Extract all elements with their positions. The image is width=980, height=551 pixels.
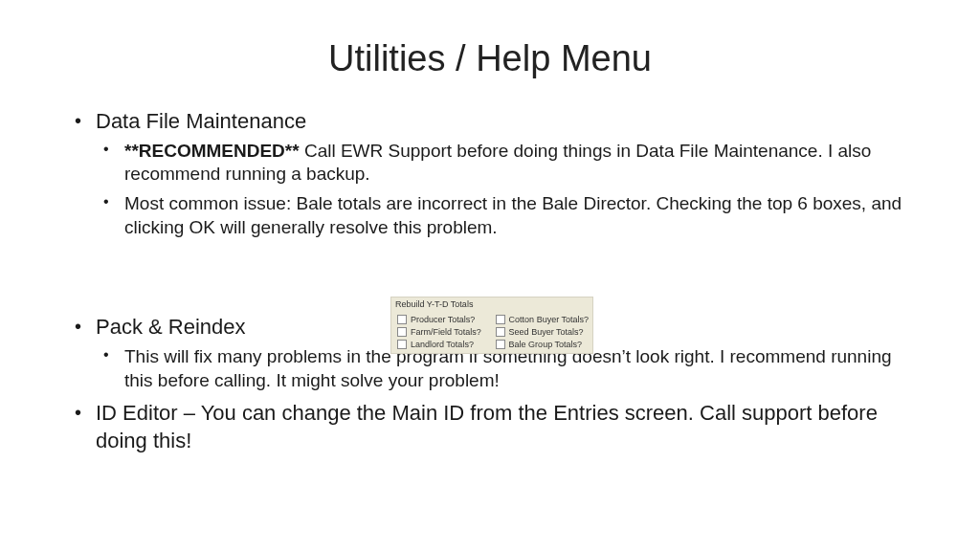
checkbox-label: Landlord Totals? bbox=[411, 340, 474, 349]
bullet-label: Pack & Reindex bbox=[96, 315, 246, 339]
panel-checkbox-grid: Producer Totals? Cotton Buyer Totals? Fa… bbox=[391, 313, 592, 353]
checkbox-landlord-totals[interactable]: Landlord Totals? bbox=[397, 340, 490, 349]
checkbox-icon bbox=[397, 315, 407, 324]
checkbox-bale-group-totals[interactable]: Bale Group Totals? bbox=[496, 340, 589, 349]
checkbox-icon bbox=[496, 340, 505, 349]
checkbox-farm-field-totals[interactable]: Farm/Field Totals? bbox=[397, 327, 490, 337]
checkbox-icon bbox=[496, 327, 505, 337]
recommended-prefix: **RECOMMENDED** bbox=[124, 141, 304, 161]
checkbox-label: Seed Buyer Totals? bbox=[509, 327, 584, 337]
checkbox-label: Producer Totals? bbox=[411, 315, 475, 324]
checkbox-icon bbox=[397, 340, 407, 349]
checkbox-seed-buyer-totals[interactable]: Seed Buyer Totals? bbox=[496, 327, 589, 337]
main-bullet-list: Data File Maintenance **RECOMMENDED** Ca… bbox=[67, 108, 913, 455]
checkbox-label: Farm/Field Totals? bbox=[411, 327, 481, 337]
bullet-label: Data File Maintenance bbox=[96, 109, 306, 133]
rebuild-ytd-panel: Rebuild Y-T-D Totals Producer Totals? Co… bbox=[390, 297, 593, 354]
sub-bullet-recommended: **RECOMMENDED** Call EWR Support before … bbox=[124, 140, 913, 187]
checkbox-icon bbox=[397, 327, 407, 337]
checkbox-icon bbox=[496, 315, 505, 324]
panel-title: Rebuild Y-T-D Totals bbox=[391, 298, 592, 313]
checkbox-label: Bale Group Totals? bbox=[509, 340, 582, 349]
checkbox-label: Cotton Buyer Totals? bbox=[509, 315, 589, 324]
sub-list-dfm: **RECOMMENDED** Call EWR Support before … bbox=[96, 140, 913, 240]
slide-title: Utilities / Help Menu bbox=[67, 38, 913, 79]
bullet-data-file-maintenance: Data File Maintenance **RECOMMENDED** Ca… bbox=[96, 108, 913, 239]
checkbox-producer-totals[interactable]: Producer Totals? bbox=[397, 315, 490, 324]
sub-bullet-common-issue: Most common issue: Bale totals are incor… bbox=[124, 192, 913, 239]
checkbox-cotton-buyer-totals[interactable]: Cotton Buyer Totals? bbox=[496, 315, 589, 324]
bullet-id-editor: ID Editor – You can change the Main ID f… bbox=[96, 400, 913, 454]
